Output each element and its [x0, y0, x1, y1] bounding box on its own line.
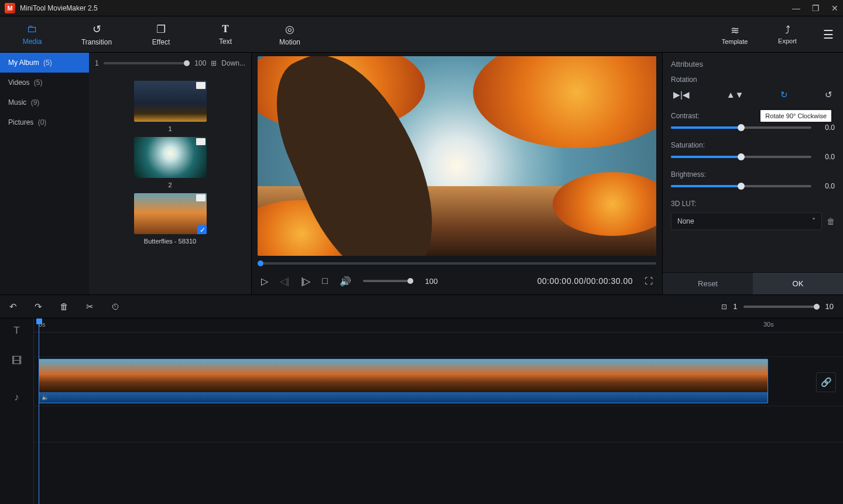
thumb-caption: 2 — [134, 181, 207, 188]
media-thumb[interactable]: 1 — [134, 81, 207, 132]
tab-media-label: Media — [0, 37, 64, 46]
template-label: Template — [708, 38, 761, 45]
volume-icon[interactable]: 🔊 — [340, 276, 351, 287]
timeline-toolbar: ↶ ↷ 🗑 ✂ ⏲ ⊡ 1 10 — [0, 295, 843, 318]
saturation-slider[interactable] — [671, 156, 811, 158]
tab-motion[interactable]: ◎ Motion — [258, 23, 322, 46]
timeline-body[interactable]: 0s 30s 🔈 🔗 — [34, 318, 843, 504]
ok-button[interactable]: OK — [753, 273, 843, 294]
category-sidebar: My Album (5) Videos (5) Music (9) Pictur… — [0, 53, 89, 294]
video-track[interactable]: 🔈 — [34, 357, 843, 406]
preview-panel: ▷ ◁| |▷ □ 🔊 100 00:00:00.00/00:00:30.00 … — [252, 53, 663, 294]
template-button[interactable]: ≋ Template — [708, 24, 761, 45]
video-track-icon[interactable]: 🎞 — [0, 343, 33, 379]
contrast-value: 0.0 — [817, 124, 835, 132]
thumb-size-min: 1 — [95, 59, 99, 67]
contrast-slider[interactable] — [671, 126, 811, 129]
title-bar: M MiniTool MovieMaker 2.5 — ❐ ✕ — [0, 0, 843, 16]
preview-viewport[interactable] — [258, 56, 656, 256]
sidebar-item-label: My Album — [8, 59, 39, 67]
time-ruler[interactable]: 0s 30s — [34, 318, 843, 332]
zoom-control: ⊡ 1 10 — [721, 302, 834, 311]
fullscreen-button[interactable]: ⛶ — [645, 276, 653, 286]
sidebar-item-count: (5) — [34, 78, 43, 87]
rotate-cw-tooltip: Rotate 90° Clockwise — [760, 110, 831, 122]
tab-transition[interactable]: ↺ Transition — [64, 23, 129, 46]
tab-effect[interactable]: ❐ Effect — [129, 23, 193, 46]
preview-progress[interactable] — [258, 262, 656, 265]
flip-horizontal-button[interactable]: ▶|◀ — [673, 90, 690, 100]
thumb-caption: 1 — [134, 125, 207, 132]
saturation-label: Saturation: — [663, 138, 843, 150]
maximize-button[interactable]: ❐ — [812, 4, 820, 13]
undo-button[interactable]: ↶ — [9, 301, 17, 312]
video-clip[interactable]: 🔈 — [39, 359, 768, 403]
stop-button[interactable]: □ — [322, 276, 328, 286]
track-gutter: T 🎞 ♪ — [0, 318, 34, 504]
text-track-icon[interactable]: T — [0, 318, 33, 343]
flip-vertical-button[interactable]: ▲▼ — [727, 90, 744, 100]
ruler-tick: 30s — [763, 321, 774, 328]
split-button[interactable]: ✂ — [86, 301, 94, 312]
brightness-slider[interactable] — [671, 185, 811, 187]
reset-button[interactable]: Reset — [663, 273, 753, 294]
sidebar-item-label: Pictures — [8, 118, 33, 126]
thumb-size-slider[interactable] — [104, 62, 190, 64]
close-button[interactable]: ✕ — [831, 4, 838, 13]
speaker-icon: 🔈 — [42, 394, 49, 400]
selected-check-icon: ✓ — [197, 225, 207, 234]
export-button[interactable]: ⤴ Export — [761, 24, 814, 44]
brightness-value: 0.0 — [817, 182, 835, 190]
sidebar-item-label: Videos — [8, 78, 29, 87]
video-badge-icon — [196, 194, 205, 201]
sidebar-item-videos[interactable]: Videos (5) — [0, 73, 89, 92]
speed-button[interactable]: ⏲ — [111, 301, 120, 311]
sidebar-item-pictures[interactable]: Pictures (0) — [0, 112, 89, 132]
folder-icon: 🗀 — [0, 23, 64, 35]
play-button[interactable]: ▷ — [261, 276, 268, 287]
export-icon: ⤴ — [761, 24, 814, 36]
rotation-label: Rotation — [663, 72, 843, 85]
sidebar-item-myalbum[interactable]: My Album (5) — [0, 53, 89, 73]
playhead[interactable] — [39, 318, 39, 504]
media-panel: 1 100 ⊞ Down... 1 2 ✓ Butterflies - 5831… — [89, 53, 252, 294]
tab-motion-label: Motion — [258, 38, 322, 46]
lut-value: None — [677, 217, 694, 225]
rotate-ccw-button[interactable]: ↺ — [825, 90, 832, 100]
player-controls: ▷ ◁| |▷ □ 🔊 100 00:00:00.00/00:00:30.00 … — [258, 268, 656, 294]
tab-transition-label: Transition — [64, 38, 129, 46]
video-badge-icon — [196, 138, 205, 145]
tab-media[interactable]: 🗀 Media — [0, 23, 64, 46]
lut-select[interactable]: None ˅ — [671, 212, 822, 230]
volume-value: 100 — [425, 277, 438, 286]
rotate-cw-button[interactable]: ↻ — [780, 90, 788, 100]
zoom-max: 10 — [825, 302, 834, 311]
sidebar-item-music[interactable]: Music (9) — [0, 92, 89, 112]
prev-frame-button[interactable]: ◁| — [280, 276, 289, 287]
fit-button[interactable]: ⊡ — [721, 303, 727, 311]
tab-text[interactable]: 𝐓 Text — [193, 23, 258, 46]
menu-button[interactable]: ☰ — [814, 28, 843, 42]
delete-button[interactable]: 🗑 — [60, 301, 68, 311]
tab-text-label: Text — [193, 37, 258, 46]
download-button[interactable]: Down... — [221, 59, 245, 67]
volume-slider[interactable] — [363, 280, 413, 282]
zoom-slider[interactable] — [743, 306, 820, 308]
next-frame-button[interactable]: |▷ — [301, 276, 310, 287]
sidebar-item-count: (5) — [43, 59, 52, 67]
redo-button[interactable]: ↷ — [35, 301, 42, 312]
media-thumb[interactable]: ✓ Butterflies - 58310 — [134, 193, 207, 245]
media-thumb[interactable]: 2 — [134, 137, 207, 188]
view-toggle-icon[interactable]: ⊞ — [211, 59, 217, 67]
sidebar-item-count: (0) — [38, 118, 47, 126]
lut-delete-button[interactable]: 🗑 — [827, 217, 835, 226]
timeline: T 🎞 ♪ 0s 30s 🔈 🔗 — [0, 318, 843, 504]
saturation-value: 0.0 — [817, 153, 835, 161]
audio-track-icon[interactable]: ♪ — [0, 379, 33, 416]
sidebar-item-label: Music — [8, 98, 26, 107]
link-clip-button[interactable]: 🔗 — [816, 372, 836, 392]
audio-track[interactable] — [34, 406, 843, 443]
minimize-button[interactable]: — — [792, 4, 800, 13]
clip-waveform: 🔈 — [39, 392, 767, 403]
text-track[interactable] — [34, 332, 843, 357]
